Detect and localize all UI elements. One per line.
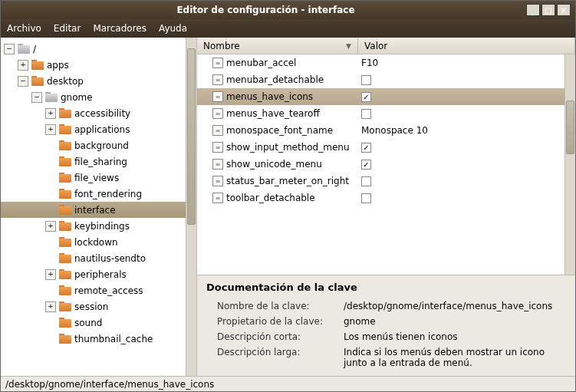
cell-value[interactable]: Monospace 10 xyxy=(358,125,564,136)
menu-help[interactable]: Ayuda xyxy=(159,23,187,34)
tree-label: peripherals xyxy=(74,269,127,280)
list-body[interactable]: ≡menubar_accelF10≡menubar_detachable≡men… xyxy=(197,54,575,275)
list-row[interactable]: ≡toolbar_detachable xyxy=(197,189,564,206)
key-icon: ≡ xyxy=(212,142,223,153)
checkbox[interactable] xyxy=(361,193,371,203)
cell-name: ≡menus_have_tearoff xyxy=(197,108,358,119)
expander-icon[interactable]: + xyxy=(45,221,56,232)
tree-row-root[interactable]: − / xyxy=(1,41,186,57)
tree-label: accessibility xyxy=(74,108,130,119)
cell-value[interactable] xyxy=(358,109,564,119)
cell-value[interactable]: F10 xyxy=(358,58,564,68)
tree-scrollbar[interactable] xyxy=(186,38,196,376)
expander-icon[interactable]: + xyxy=(45,108,56,119)
list-row[interactable]: ≡menubar_detachable xyxy=(197,71,564,88)
checkbox[interactable]: ✓ xyxy=(361,92,371,102)
tree-row-interface[interactable]: interface xyxy=(1,202,186,218)
tree-label: desktop xyxy=(47,76,84,87)
window-title: Editor de configuración - interface xyxy=(136,5,397,15)
cell-value[interactable] xyxy=(358,75,564,85)
folder-icon xyxy=(59,237,71,247)
cell-value[interactable]: ✓ xyxy=(358,92,564,102)
tree-row-nautilus-sendto[interactable]: nautilus-sendto xyxy=(1,250,186,266)
tree-row-keybindings[interactable]: + keybindings xyxy=(1,218,186,234)
checkbox[interactable] xyxy=(361,75,371,85)
menu-bookmarks[interactable]: Marcadores xyxy=(93,23,146,34)
tree-row-apps[interactable]: + apps xyxy=(1,57,186,73)
titlebar[interactable]: Editor de configuración - interface _ □ … xyxy=(1,1,575,19)
cell-value[interactable] xyxy=(358,176,564,186)
scrollbar-thumb[interactable] xyxy=(187,48,196,225)
checkbox[interactable]: ✓ xyxy=(361,160,371,170)
tree-pane[interactable]: − / + apps − desktop − gnome + accessibi… xyxy=(1,38,197,376)
tree-row-lockdown[interactable]: lockdown xyxy=(1,234,186,250)
list-row[interactable]: ≡show_unicode_menu✓ xyxy=(197,156,564,173)
folder-icon xyxy=(59,285,71,295)
checkbox[interactable]: ✓ xyxy=(361,143,371,153)
expander-icon[interactable]: + xyxy=(45,269,56,280)
cell-name: ≡menubar_accel xyxy=(197,58,358,68)
close-button[interactable]: × xyxy=(557,4,571,16)
expander-icon[interactable]: − xyxy=(18,76,28,87)
right-pane: Nombre ▼ Valor ≡menubar_accelF10≡menubar… xyxy=(197,38,575,376)
list-row[interactable]: ≡menubar_accelF10 xyxy=(197,54,564,71)
list-row[interactable]: ≡show_input_method_menu✓ xyxy=(197,139,564,156)
cell-name: ≡menus_have_icons xyxy=(197,91,358,102)
tree-label: file_sharing xyxy=(74,156,127,167)
doc-key-name-value: /desktop/gnome/interface/menus_have_icon… xyxy=(344,301,566,311)
tree-row-remote-access[interactable]: remote_access xyxy=(1,282,186,298)
list-scrollbar[interactable] xyxy=(564,54,575,275)
expander-icon[interactable]: − xyxy=(31,92,42,103)
tree-row-file-views[interactable]: file_views xyxy=(1,170,186,186)
list-row[interactable]: ≡menus_have_icons✓ xyxy=(197,88,564,105)
cell-value[interactable]: ✓ xyxy=(358,143,564,153)
cell-name: ≡monospace_font_name xyxy=(197,125,358,136)
tree-label: file_views xyxy=(74,173,119,183)
key-name: menus_have_icons xyxy=(226,91,313,102)
key-icon: ≡ xyxy=(212,193,223,203)
folder-icon xyxy=(59,301,71,311)
statusbar-path: /desktop/gnome/interface/menus_have_icon… xyxy=(5,379,214,390)
list-row[interactable]: ≡monospace_font_nameMonospace 10 xyxy=(197,122,564,139)
column-header-value[interactable]: Valor xyxy=(358,38,575,54)
tree-row-file-sharing[interactable]: file_sharing xyxy=(1,153,186,170)
tree-label: session xyxy=(74,301,108,312)
expander-icon[interactable]: + xyxy=(18,60,28,71)
cell-value[interactable]: ✓ xyxy=(358,160,564,170)
menubar: Archivo Editar Marcadores Ayuda xyxy=(1,19,575,38)
tree-label: interface xyxy=(74,205,116,216)
key-name: menubar_accel xyxy=(226,58,296,68)
tree-row-applications[interactable]: + applications xyxy=(1,121,186,137)
minimize-button[interactable]: _ xyxy=(526,4,540,16)
tree-row-session[interactable]: + session xyxy=(1,298,186,315)
tree-row-background[interactable]: background xyxy=(1,137,186,153)
tree-label: background xyxy=(74,140,129,151)
doc-owner-label: Propietario de la clave: xyxy=(217,316,344,327)
cell-value[interactable] xyxy=(358,193,564,203)
folder-icon xyxy=(31,60,44,70)
expander-icon[interactable]: + xyxy=(45,301,56,312)
list-row[interactable]: ≡menus_have_tearoff xyxy=(197,105,564,122)
checkbox[interactable] xyxy=(361,109,371,119)
menu-edit[interactable]: Editar xyxy=(54,23,81,34)
maximize-button[interactable]: □ xyxy=(541,4,555,16)
expander-icon[interactable]: + xyxy=(45,124,56,135)
checkbox[interactable] xyxy=(361,176,371,186)
tree-row-accessibility[interactable]: + accessibility xyxy=(1,105,186,121)
tree-row-desktop[interactable]: − desktop xyxy=(1,73,186,89)
key-icon: ≡ xyxy=(212,176,223,186)
column-header-name[interactable]: Nombre ▼ xyxy=(197,38,358,54)
expander-icon[interactable]: − xyxy=(4,44,15,54)
tree-row-gnome[interactable]: − gnome xyxy=(1,89,186,105)
list-row[interactable]: ≡status_bar_meter_on_right xyxy=(197,173,564,189)
menu-file[interactable]: Archivo xyxy=(7,23,41,34)
scrollbar-thumb[interactable] xyxy=(566,100,574,154)
key-name: status_bar_meter_on_right xyxy=(226,176,349,186)
folder-icon xyxy=(18,44,30,54)
main-area: − / + apps − desktop − gnome + accessibi… xyxy=(1,38,575,376)
tree-row-font-rendering[interactable]: font_rendering xyxy=(1,186,186,202)
tree-row-sound[interactable]: sound xyxy=(1,315,186,331)
tree-row-thumbnail-cache[interactable]: thumbnail_cache xyxy=(1,331,186,347)
key-icon: ≡ xyxy=(212,58,223,68)
tree-row-peripherals[interactable]: + peripherals xyxy=(1,266,186,282)
